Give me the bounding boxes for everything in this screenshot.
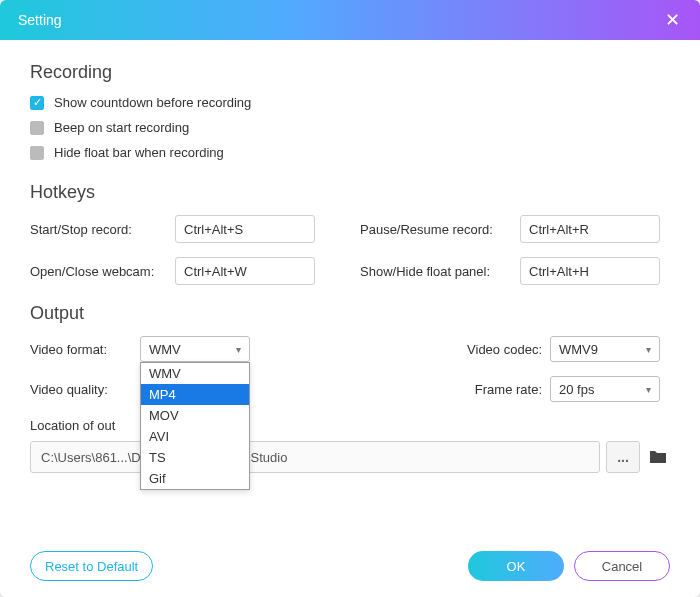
countdown-label: Show countdown before recording [54, 95, 251, 110]
pause-resume-label: Pause/Resume record: [360, 222, 520, 237]
countdown-row: ✓ Show countdown before recording [30, 95, 670, 110]
video-format-display[interactable]: WMV ▾ [140, 336, 250, 362]
chevron-down-icon: ▾ [236, 344, 241, 355]
close-icon[interactable]: ✕ [662, 9, 682, 31]
check-icon: ✓ [33, 97, 42, 108]
float-panel-label: Show/Hide float panel: [360, 264, 520, 279]
output-heading: Output [30, 303, 670, 324]
reset-button[interactable]: Reset to Default [30, 551, 153, 581]
video-codec-display[interactable]: WMV9 ▾ [550, 336, 660, 362]
video-codec-label: Video codec: [445, 342, 550, 357]
start-stop-label: Start/Stop record: [30, 222, 175, 237]
recording-heading: Recording [30, 62, 670, 83]
dropdown-item-mov[interactable]: MOV [141, 405, 249, 426]
hide-float-checkbox[interactable] [30, 146, 44, 160]
video-codec-value: WMV9 [559, 342, 598, 357]
dropdown-item-ts[interactable]: TS [141, 447, 249, 468]
float-panel-input[interactable] [520, 257, 660, 285]
beep-row: Beep on start recording [30, 120, 670, 135]
location-label: Location of out [30, 418, 670, 433]
video-format-value: WMV [149, 342, 181, 357]
window-title: Setting [18, 12, 662, 28]
video-quality-label: Video quality: [30, 382, 140, 397]
location-path[interactable]: C:\Users\861...\Documents\...desoft Stud… [30, 441, 600, 473]
video-format-dropdown: WMV MP4 MOV AVI TS Gif [140, 362, 250, 490]
start-stop-input[interactable] [175, 215, 315, 243]
output-grid: Video format: WMV ▾ WMV MP4 MOV AVI TS G… [30, 336, 670, 402]
cancel-button[interactable]: Cancel [574, 551, 670, 581]
video-format-label: Video format: [30, 342, 140, 357]
hide-float-row: Hide float bar when recording [30, 145, 670, 160]
content-area: Recording ✓ Show countdown before record… [0, 40, 700, 485]
settings-window: Setting ✕ Recording ✓ Show countdown bef… [0, 0, 700, 597]
dropdown-item-mp4[interactable]: MP4 [141, 384, 249, 405]
ok-button[interactable]: OK [468, 551, 564, 581]
beep-label: Beep on start recording [54, 120, 189, 135]
folder-icon[interactable] [646, 445, 670, 469]
titlebar: Setting ✕ [0, 0, 700, 40]
chevron-down-icon: ▾ [646, 344, 651, 355]
dropdown-item-avi[interactable]: AVI [141, 426, 249, 447]
beep-checkbox[interactable] [30, 121, 44, 135]
pause-resume-input[interactable] [520, 215, 660, 243]
location-row: C:\Users\861...\Documents\...desoft Stud… [30, 441, 670, 473]
hotkeys-grid: Start/Stop record: Pause/Resume record: … [30, 215, 670, 285]
chevron-down-icon: ▾ [646, 384, 651, 395]
dropdown-item-gif[interactable]: Gif [141, 468, 249, 489]
frame-rate-value: 20 fps [559, 382, 594, 397]
webcam-label: Open/Close webcam: [30, 264, 175, 279]
webcam-input[interactable] [175, 257, 315, 285]
video-codec-combo[interactable]: WMV9 ▾ [550, 336, 660, 362]
countdown-checkbox[interactable]: ✓ [30, 96, 44, 110]
hide-float-label: Hide float bar when recording [54, 145, 224, 160]
footer: Reset to Default OK Cancel [30, 551, 670, 581]
frame-rate-label: Frame rate: [445, 382, 550, 397]
hotkeys-heading: Hotkeys [30, 182, 670, 203]
frame-rate-combo[interactable]: 20 fps ▾ [550, 376, 660, 402]
frame-rate-display[interactable]: 20 fps ▾ [550, 376, 660, 402]
browse-button[interactable]: ... [606, 441, 640, 473]
dropdown-item-wmv[interactable]: WMV [141, 363, 249, 384]
video-format-combo[interactable]: WMV ▾ WMV MP4 MOV AVI TS Gif [140, 336, 250, 362]
